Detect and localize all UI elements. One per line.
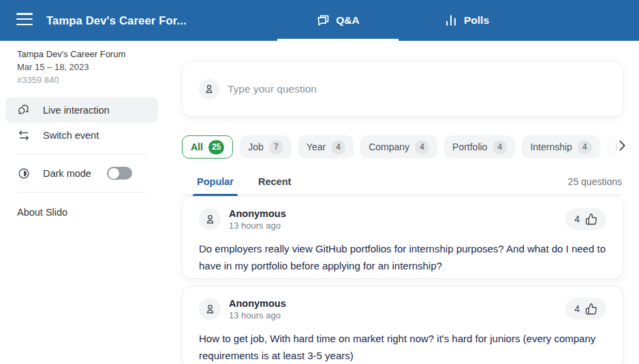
tab-qa[interactable]: Q&A: [277, 0, 399, 41]
tab-polls[interactable]: Polls: [406, 0, 527, 41]
divider: [17, 154, 146, 154]
chip-label: Year: [307, 142, 326, 152]
thumbs-up-icon: [585, 213, 597, 225]
sidebar-nav: Live interaction Switch event: [0, 97, 163, 148]
bar-chart-icon: [444, 14, 458, 27]
chip-label: Internship: [530, 142, 572, 152]
sort-tabs: Popular Recent: [197, 168, 291, 195]
filter-chip-portfolio[interactable]: Portfolio 4: [444, 135, 515, 159]
slido-app: Tampa Dev's Career For... Q&A Polls Tamp…: [0, 0, 639, 364]
dark-mode-label: Dark mode: [43, 168, 91, 179]
filter-chip-company[interactable]: Company 4: [360, 135, 437, 159]
ask-question-card[interactable]: [182, 61, 623, 117]
thumbs-up-icon: [585, 303, 597, 315]
sidebar-item-switch-event[interactable]: Switch event: [5, 122, 158, 148]
upvote-button[interactable]: 4: [565, 298, 606, 320]
author-name: Anonymous: [229, 208, 286, 220]
dark-mode-toggle[interactable]: [107, 167, 132, 180]
tab-polls-label: Polls: [464, 14, 489, 27]
tab-qa-label: Q&A: [336, 14, 359, 27]
chip-label: Job: [248, 142, 264, 152]
toggle-knob: [108, 168, 119, 179]
tab-popular[interactable]: Popular: [197, 168, 234, 195]
question-text: How to get job, With hard time on market…: [199, 330, 606, 364]
qa-main-panel: All 25 Job 7 Year 4 Company 4 Portfolio …: [163, 41, 639, 364]
filter-chip-internship[interactable]: Internship 4: [522, 135, 599, 159]
filter-chip-year[interactable]: Year 4: [298, 135, 354, 159]
chip-count-badge: 25: [208, 140, 224, 154]
author-block: Anonymous 13 hours ago: [229, 208, 286, 231]
filter-chip-all[interactable]: All 25: [182, 135, 233, 159]
avatar: [199, 79, 219, 99]
sidebar-item-label: Live interaction: [43, 105, 110, 116]
upvote-button[interactable]: 4: [565, 208, 606, 230]
chip-count-badge: 4: [331, 140, 345, 154]
question-card-header: Anonymous 13 hours ago 4: [199, 298, 606, 321]
dark-mode-row: Dark mode: [0, 161, 163, 186]
about-slido-link[interactable]: About Slido: [0, 199, 163, 226]
person-icon: [204, 303, 217, 316]
person-icon: [204, 213, 217, 226]
question-card: Anonymous 13 hours ago 4 How to get job,…: [182, 286, 623, 364]
event-dates: Mar 15 – 18, 2023: [17, 61, 146, 73]
swap-arrows-icon: [17, 129, 31, 142]
event-name: Tampa Dev's Career Forum: [17, 48, 146, 61]
author-name: Anonymous: [229, 298, 286, 310]
hamburger-menu-icon[interactable]: [16, 13, 33, 28]
sort-row: Popular Recent 25 questions: [182, 168, 623, 195]
chip-label: All: [191, 142, 203, 152]
half-moon-contrast-icon: [17, 167, 31, 180]
avatar: [199, 208, 221, 230]
divider: [17, 192, 146, 193]
sidebar: Tampa Dev's Career Forum Mar 15 – 18, 20…: [0, 41, 163, 364]
avatar: [199, 298, 221, 320]
filter-chips-row: All 25 Job 7 Year 4 Company 4 Portfolio …: [182, 135, 623, 159]
like-count: 4: [574, 303, 580, 314]
chip-label: Company: [369, 142, 409, 152]
question-card-header: Anonymous 13 hours ago 4: [199, 208, 606, 231]
sidebar-item-live-interaction[interactable]: Live interaction: [5, 97, 158, 122]
chip-count-badge: 4: [415, 140, 429, 154]
chat-bubbles-icon: [17, 103, 31, 117]
chip-count-badge: 4: [578, 140, 592, 154]
question-input[interactable]: [228, 83, 606, 95]
person-icon: [203, 83, 215, 95]
speech-bubbles-icon: [316, 14, 330, 27]
chevron-right-icon[interactable]: [614, 138, 629, 153]
event-info: Tampa Dev's Career Forum Mar 15 – 18, 20…: [0, 41, 163, 86]
question-timestamp: 13 hours ago: [229, 220, 286, 231]
question-timestamp: 13 hours ago: [229, 310, 286, 321]
question-card: Anonymous 13 hours ago 4 Do employers re…: [182, 196, 623, 279]
sidebar-item-label: Switch event: [43, 130, 99, 141]
tab-recent[interactable]: Recent: [258, 168, 291, 195]
chip-count-badge: 4: [493, 140, 507, 154]
event-code: #3359 840: [17, 73, 146, 86]
questions-count: 25 questions: [568, 168, 622, 195]
filter-chip-job[interactable]: Job 7: [240, 135, 292, 159]
chip-label: Portfolio: [452, 142, 487, 152]
question-text: Do employers really view GitHub portfoli…: [199, 240, 606, 274]
event-title: Tampa Dev's Career For...: [46, 0, 187, 41]
author-block: Anonymous 13 hours ago: [229, 298, 286, 321]
like-count: 4: [574, 214, 580, 225]
top-header-bar: Tampa Dev's Career For... Q&A Polls: [0, 0, 639, 41]
chip-count-badge: 7: [269, 140, 283, 154]
